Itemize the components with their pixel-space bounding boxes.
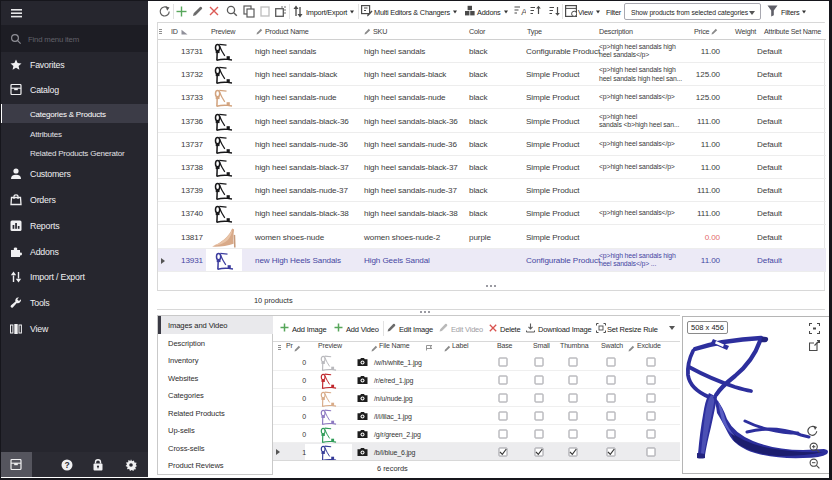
svg-text:A: A	[521, 7, 526, 17]
svg-text:?: ?	[64, 460, 69, 470]
